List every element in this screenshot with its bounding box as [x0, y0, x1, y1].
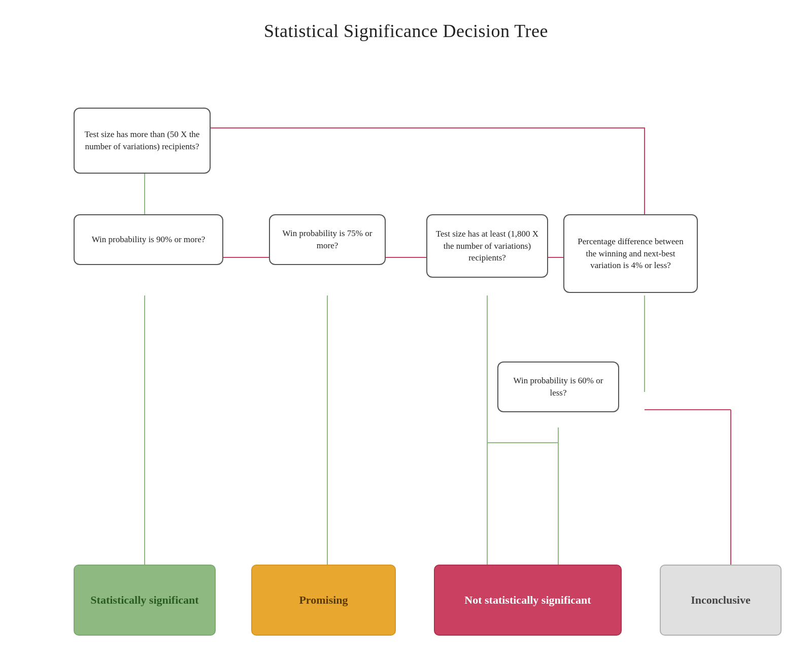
result-inconclusive: Inconclusive: [660, 565, 782, 636]
node-win-prob-60: Win probability is 60% or less?: [497, 361, 619, 412]
node-test-size-50x: Test size has more than (50 X the number…: [74, 108, 211, 174]
node-pct-diff-4: Percentage difference between the winnin…: [563, 214, 698, 293]
node-win-prob-90: Win probability is 90% or more?: [74, 214, 223, 265]
result-not-statistically-significant: Not statistically significant: [434, 565, 622, 636]
node-test-size-1800x: Test size has at least (1,800 X the numb…: [426, 214, 548, 278]
node-win-prob-75: Win probability is 75% or more?: [269, 214, 386, 265]
page-title: Statistical Significance Decision Tree: [264, 20, 548, 42]
diagram-container: Test size has more than (50 X the number…: [51, 57, 761, 641]
result-promising: Promising: [251, 565, 396, 636]
result-statistically-significant: Statistically significant: [74, 565, 216, 636]
